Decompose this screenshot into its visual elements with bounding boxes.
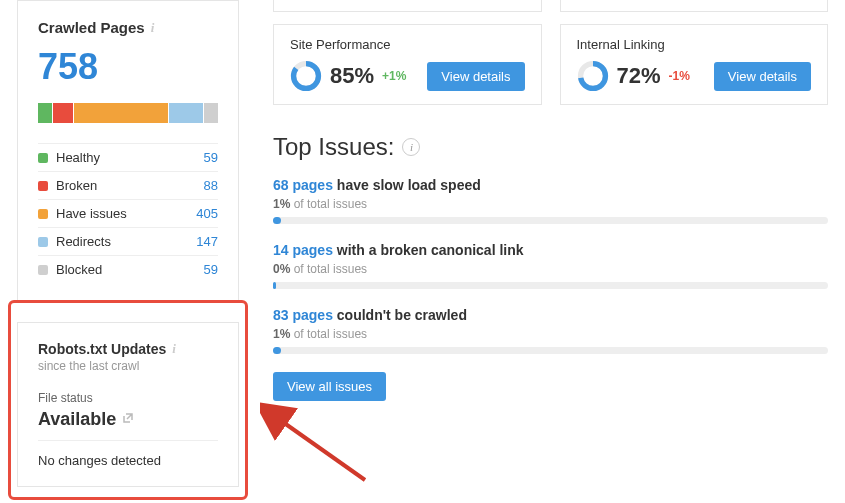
crawled-pages-title-text: Crawled Pages bbox=[38, 19, 145, 36]
site-performance-title: Site Performance bbox=[290, 37, 525, 52]
legend-row[interactable]: Blocked 59 bbox=[38, 255, 218, 283]
donut-icon bbox=[577, 60, 609, 92]
issue-count: 68 pages bbox=[273, 177, 333, 193]
legend-row[interactable]: Healthy 59 bbox=[38, 143, 218, 171]
issue-percent: 1% of total issues bbox=[273, 327, 828, 341]
legend-row[interactable]: Broken 88 bbox=[38, 171, 218, 199]
issue-count: 14 pages bbox=[273, 242, 333, 258]
legend-label: Have issues bbox=[56, 206, 127, 221]
legend-label: Healthy bbox=[56, 150, 100, 165]
legend-color-icon bbox=[38, 209, 48, 219]
file-status-value[interactable]: Available bbox=[38, 409, 218, 441]
internal-linking-delta: -1% bbox=[669, 69, 690, 83]
legend-label: Redirects bbox=[56, 234, 111, 249]
issue-title[interactable]: 68 pages have slow load speed bbox=[273, 177, 828, 193]
issue-percent: 1% of total issues bbox=[273, 197, 828, 211]
internal-linking-card: Internal Linking 72% -1% View details bbox=[560, 24, 829, 105]
donut-icon bbox=[290, 60, 322, 92]
legend-value: 405 bbox=[196, 206, 218, 221]
robots-title-text: Robots.txt Updates bbox=[38, 341, 166, 357]
issue-text: couldn't be crawled bbox=[333, 307, 467, 323]
view-all-issues-button[interactable]: View all issues bbox=[273, 372, 386, 401]
robots-subtitle: since the last crawl bbox=[38, 359, 218, 373]
top-issues-heading-text: Top Issues: bbox=[273, 133, 394, 161]
crawled-pages-title: Crawled Pages i bbox=[38, 19, 218, 36]
crawled-distribution-bar bbox=[38, 103, 218, 123]
placeholder-card bbox=[560, 0, 829, 12]
issue-title[interactable]: 83 pages couldn't be crawled bbox=[273, 307, 828, 323]
bar-seg-broken[interactable] bbox=[53, 103, 73, 123]
view-details-button[interactable]: View details bbox=[427, 62, 524, 91]
file-status-label: File status bbox=[38, 391, 218, 405]
svg-line-4 bbox=[280, 420, 365, 480]
issue-item: 14 pages with a broken canonical link 0%… bbox=[273, 242, 828, 289]
legend-color-icon bbox=[38, 181, 48, 191]
robots-no-changes: No changes detected bbox=[38, 453, 218, 468]
info-icon[interactable]: i bbox=[172, 341, 176, 357]
internal-linking-pct: 72% bbox=[617, 63, 661, 89]
issue-count: 83 pages bbox=[273, 307, 333, 323]
legend-row[interactable]: Redirects 147 bbox=[38, 227, 218, 255]
issue-progress-fill bbox=[273, 217, 281, 224]
placeholder-card bbox=[273, 0, 542, 12]
legend-value: 59 bbox=[204, 150, 218, 165]
issue-item: 68 pages have slow load speed 1% of tota… bbox=[273, 177, 828, 224]
issue-text: with a broken canonical link bbox=[333, 242, 524, 258]
issue-progress-fill bbox=[273, 347, 281, 354]
legend-row[interactable]: Have issues 405 bbox=[38, 199, 218, 227]
legend-value: 59 bbox=[204, 262, 218, 277]
legend-color-icon bbox=[38, 153, 48, 163]
top-cards-row-placeholder bbox=[273, 0, 828, 12]
issue-progress-bar bbox=[273, 217, 828, 224]
issue-percent: 0% of total issues bbox=[273, 262, 828, 276]
top-issues-heading: Top Issues: i bbox=[273, 133, 828, 161]
site-performance-pct: 85% bbox=[330, 63, 374, 89]
legend-label: Broken bbox=[56, 178, 97, 193]
arrow-annotation bbox=[260, 400, 380, 500]
info-icon[interactable]: i bbox=[402, 138, 420, 156]
info-icon[interactable]: i bbox=[151, 20, 155, 36]
robots-title: Robots.txt Updates i bbox=[38, 341, 218, 357]
file-status-value-text: Available bbox=[38, 409, 116, 430]
view-details-button[interactable]: View details bbox=[714, 62, 811, 91]
crawled-pages-count[interactable]: 758 bbox=[38, 46, 218, 88]
issue-title[interactable]: 14 pages with a broken canonical link bbox=[273, 242, 828, 258]
issue-progress-bar bbox=[273, 282, 828, 289]
external-link-icon bbox=[122, 412, 134, 427]
bar-seg-issues[interactable] bbox=[74, 103, 168, 123]
bar-seg-redirects[interactable] bbox=[169, 103, 203, 123]
legend-value: 88 bbox=[204, 178, 218, 193]
robots-card: Robots.txt Updates i since the last craw… bbox=[17, 322, 239, 487]
issue-item: 83 pages couldn't be crawled 1% of total… bbox=[273, 307, 828, 354]
crawled-pages-card: Crawled Pages i 758 Healthy 59 Broken 88… bbox=[17, 0, 239, 302]
site-performance-card: Site Performance 85% +1% View details bbox=[273, 24, 542, 105]
site-performance-delta: +1% bbox=[382, 69, 406, 83]
legend-color-icon bbox=[38, 237, 48, 247]
issue-text: have slow load speed bbox=[333, 177, 481, 193]
bar-seg-healthy[interactable] bbox=[38, 103, 52, 123]
issue-progress-bar bbox=[273, 347, 828, 354]
bar-seg-blocked[interactable] bbox=[204, 103, 218, 123]
issue-progress-fill bbox=[273, 282, 276, 289]
internal-linking-title: Internal Linking bbox=[577, 37, 812, 52]
legend-color-icon bbox=[38, 265, 48, 275]
legend-value: 147 bbox=[196, 234, 218, 249]
legend-label: Blocked bbox=[56, 262, 102, 277]
